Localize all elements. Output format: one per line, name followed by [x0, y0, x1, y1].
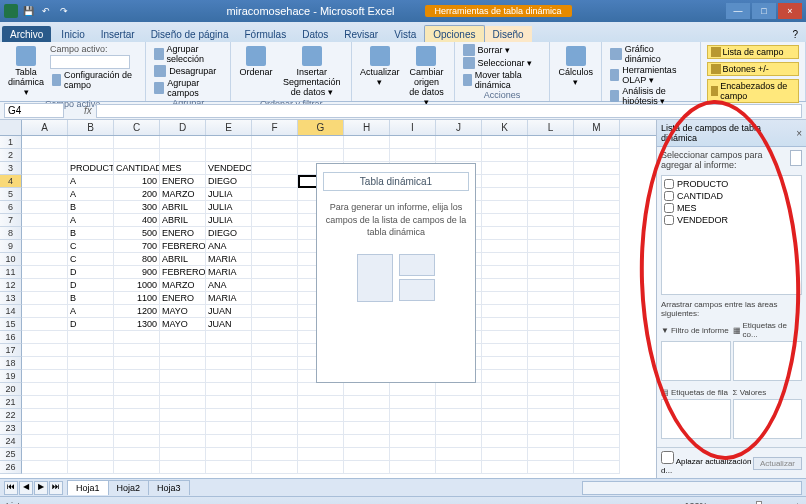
cell[interactable] [298, 461, 344, 474]
row-header[interactable]: 17 [0, 344, 22, 357]
cell[interactable]: MAYO [160, 305, 206, 318]
cell[interactable] [252, 162, 298, 175]
cell[interactable] [252, 201, 298, 214]
cell[interactable]: C [68, 240, 114, 253]
cell[interactable]: D [68, 318, 114, 331]
cell[interactable] [114, 344, 160, 357]
tab-archivo[interactable]: Archivo [2, 26, 51, 42]
tab-opciones[interactable]: Opciones [424, 25, 484, 42]
cell[interactable] [482, 227, 528, 240]
cell[interactable]: MES [160, 162, 206, 175]
cell[interactable] [22, 318, 68, 331]
cell[interactable] [252, 422, 298, 435]
row-header[interactable]: 19 [0, 370, 22, 383]
cell[interactable] [252, 331, 298, 344]
cell[interactable]: MARIA [206, 253, 252, 266]
redo-button[interactable]: ↷ [56, 3, 72, 19]
cell[interactable] [482, 344, 528, 357]
cell[interactable] [390, 136, 436, 149]
cell[interactable]: A [68, 175, 114, 188]
cell[interactable] [114, 383, 160, 396]
cell[interactable] [160, 461, 206, 474]
cell[interactable]: MARZO [160, 279, 206, 292]
cell[interactable] [528, 188, 574, 201]
cell[interactable] [528, 136, 574, 149]
olap-button[interactable]: Herramientas OLAP ▾ [608, 65, 694, 85]
cell[interactable] [528, 175, 574, 188]
cell[interactable] [528, 214, 574, 227]
cell[interactable] [344, 149, 390, 162]
cell[interactable]: ABRIL [160, 201, 206, 214]
cell[interactable] [114, 409, 160, 422]
cell[interactable] [436, 409, 482, 422]
cell[interactable]: MARZO [160, 188, 206, 201]
cell[interactable] [22, 149, 68, 162]
cell[interactable] [436, 448, 482, 461]
cell[interactable] [252, 214, 298, 227]
undo-button[interactable]: ↶ [38, 3, 54, 19]
cell[interactable] [574, 188, 620, 201]
cell[interactable] [344, 136, 390, 149]
col-header[interactable]: I [390, 120, 436, 135]
cell[interactable] [528, 409, 574, 422]
tab-diseno[interactable]: Diseño [485, 26, 532, 42]
cell[interactable] [344, 383, 390, 396]
borrar-button[interactable]: Borrar ▾ [461, 44, 544, 56]
row-header[interactable]: 6 [0, 201, 22, 214]
cell[interactable] [482, 409, 528, 422]
col-header[interactable]: B [68, 120, 114, 135]
cell[interactable]: 900 [114, 266, 160, 279]
cell[interactable] [528, 435, 574, 448]
cell[interactable] [252, 279, 298, 292]
cell[interactable] [436, 422, 482, 435]
cell[interactable] [206, 370, 252, 383]
field-checkbox[interactable] [664, 191, 674, 201]
cell[interactable] [252, 292, 298, 305]
cell[interactable] [252, 357, 298, 370]
cell[interactable] [574, 331, 620, 344]
row-header[interactable]: 14 [0, 305, 22, 318]
config-campo-button[interactable]: Configuración de campo [50, 70, 139, 90]
cell[interactable] [482, 201, 528, 214]
cell[interactable] [574, 305, 620, 318]
cell[interactable] [436, 383, 482, 396]
cell[interactable] [68, 396, 114, 409]
cell[interactable] [482, 422, 528, 435]
cell[interactable] [68, 149, 114, 162]
cell[interactable] [574, 162, 620, 175]
cell[interactable]: 100 [114, 175, 160, 188]
tab-vista[interactable]: Vista [386, 26, 424, 42]
cell[interactable] [482, 383, 528, 396]
cell[interactable]: ENERO [160, 175, 206, 188]
select-all-corner[interactable] [0, 120, 22, 135]
row-header[interactable]: 3 [0, 162, 22, 175]
col-header[interactable]: F [252, 120, 298, 135]
cell[interactable] [206, 383, 252, 396]
cell[interactable]: D [68, 279, 114, 292]
cell[interactable] [482, 292, 528, 305]
cell[interactable] [574, 292, 620, 305]
cell[interactable] [22, 175, 68, 188]
cell[interactable] [344, 461, 390, 474]
cell[interactable] [390, 409, 436, 422]
cell[interactable] [22, 162, 68, 175]
cell[interactable] [160, 396, 206, 409]
cell[interactable] [528, 344, 574, 357]
lista-campo-toggle[interactable]: Lista de campo [707, 45, 799, 59]
cell[interactable] [68, 435, 114, 448]
cell[interactable] [574, 279, 620, 292]
cell[interactable] [574, 448, 620, 461]
cell[interactable] [68, 448, 114, 461]
cell[interactable]: JULIA [206, 188, 252, 201]
cell[interactable] [390, 396, 436, 409]
cell[interactable]: JUAN [206, 305, 252, 318]
help-button[interactable]: ? [786, 27, 804, 42]
cell[interactable] [252, 136, 298, 149]
row-header[interactable]: 10 [0, 253, 22, 266]
cell[interactable] [482, 318, 528, 331]
cell[interactable] [160, 357, 206, 370]
horizontal-scrollbar[interactable] [582, 481, 802, 495]
cell[interactable] [482, 305, 528, 318]
cell[interactable]: 200 [114, 188, 160, 201]
row-header[interactable]: 7 [0, 214, 22, 227]
